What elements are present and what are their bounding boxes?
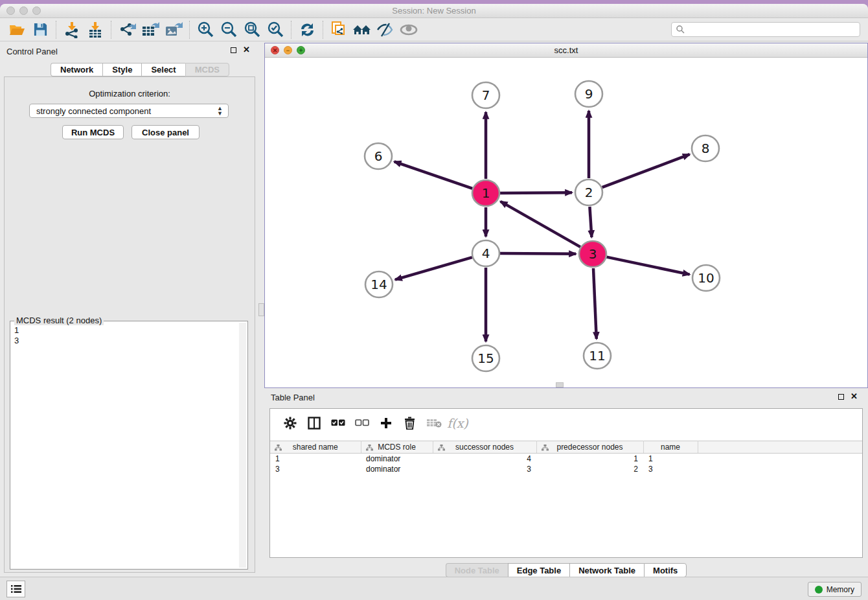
graph-edge-1-2[interactable] <box>500 192 572 193</box>
network-window-titlebar[interactable]: ✕ − ＋ scc.txt <box>265 43 867 58</box>
graph-node-label-10: 10 <box>698 270 714 286</box>
select-all-columns-icon[interactable] <box>326 413 350 433</box>
refresh-view-icon[interactable] <box>295 20 319 40</box>
table-row[interactable]: 3dominator323 <box>270 464 862 474</box>
column-header-name[interactable]: name <box>643 441 698 454</box>
tab-mcds[interactable]: MCDS <box>185 63 229 76</box>
table-panel-title: Table Panel <box>271 393 315 402</box>
canvas-scroll-handle[interactable] <box>556 382 564 387</box>
table-cell[interactable]: 3 <box>433 464 536 474</box>
open-file-icon[interactable] <box>5 20 29 40</box>
graph-edge-2-8[interactable] <box>602 154 690 187</box>
graph-node-label-2: 2 <box>585 185 593 200</box>
toggle-panel-icon[interactable] <box>302 413 326 433</box>
zoom-out-icon[interactable] <box>217 20 240 40</box>
tab-select[interactable]: Select <box>141 63 185 76</box>
table-cell[interactable]: dominator <box>361 464 433 474</box>
import-table-icon[interactable] <box>84 20 107 40</box>
graph-edge-3-10[interactable] <box>607 257 690 275</box>
delete-table-icon[interactable] <box>422 413 446 433</box>
toolbar-separator <box>111 21 111 39</box>
float-panel-icon[interactable] <box>231 47 236 53</box>
tab-network[interactable]: Network <box>51 63 102 76</box>
network-canvas[interactable]: 7968124314101511 <box>265 58 867 387</box>
column-header-predecessor-nodes[interactable]: predecessor nodes <box>536 441 643 454</box>
column-header-successor-nodes[interactable]: successor nodes <box>433 441 536 454</box>
export-network-icon[interactable] <box>115 20 139 40</box>
tab-style[interactable]: Style <box>102 63 141 76</box>
home-layout-icon[interactable] <box>350 20 374 40</box>
column-header-mcds-role[interactable]: MCDS role <box>361 441 433 454</box>
save-session-icon[interactable] <box>29 20 52 40</box>
memory-button[interactable]: Memory <box>808 582 862 597</box>
function-builder-icon[interactable]: f(x) <box>446 413 470 433</box>
graph-node-label-15: 15 <box>477 351 494 366</box>
table-cell[interactable]: dominator <box>361 454 433 464</box>
table-cell-filler <box>698 464 862 474</box>
splitter-handle[interactable] <box>258 303 264 316</box>
task-history-button[interactable] <box>6 581 25 597</box>
table-panel-tabs: Node Table Edge Table Network Table Moti… <box>264 563 868 577</box>
delete-column-icon[interactable] <box>398 413 422 433</box>
show-details-eye-icon[interactable] <box>397 20 420 40</box>
export-image-icon[interactable] <box>162 20 185 40</box>
graph-edge-4-3[interactable] <box>500 253 576 254</box>
graph-edge-3-1[interactable] <box>501 202 580 247</box>
zoom-selected-icon[interactable] <box>264 20 287 40</box>
search-icon <box>676 25 685 34</box>
hide-details-eye-icon[interactable] <box>374 20 397 40</box>
table-cell[interactable]: 1 <box>536 454 643 464</box>
export-table-icon[interactable] <box>139 20 162 40</box>
memory-label: Memory <box>827 585 854 594</box>
table-toolbar: f(x) <box>270 409 862 437</box>
table-cell[interactable]: 3 <box>643 464 698 474</box>
network-window-title: scc.txt <box>265 45 867 55</box>
mcds-result-text[interactable]: 1 3 <box>10 323 238 569</box>
graph-edge-4-14[interactable] <box>395 257 472 280</box>
table-cell[interactable]: 2 <box>536 464 643 474</box>
table-row[interactable]: 1dominator411 <box>270 454 862 464</box>
control-panel-title: Control Panel <box>6 47 58 56</box>
add-column-icon[interactable] <box>374 413 398 433</box>
node-table-body: 1dominator4113dominator323 <box>270 454 862 474</box>
run-mcds-button[interactable]: Run MCDS <box>62 125 124 139</box>
control-panel-tabs: Network Style Select MCDS <box>51 63 229 76</box>
tab-network-table[interactable]: Network Table <box>569 563 644 577</box>
table-cell[interactable]: 3 <box>270 464 361 474</box>
titlebar: Session: New Session <box>0 4 868 18</box>
mcds-result-group: MCDS result (2 nodes) 1 3 <box>10 321 248 570</box>
close-panel-button[interactable]: Close panel <box>131 125 200 139</box>
close-panel-icon[interactable]: ✕ <box>243 47 250 53</box>
table-cell[interactable]: 1 <box>643 454 698 464</box>
result-scrollbar[interactable] <box>239 323 246 568</box>
tab-motifs[interactable]: Motifs <box>644 563 687 577</box>
table-cell[interactable]: 4 <box>433 454 536 464</box>
graph-edge-1-6[interactable] <box>394 161 473 189</box>
graph-node-label-4: 4 <box>482 246 490 261</box>
tab-node-table[interactable]: Node Table <box>446 563 508 577</box>
mcds-panel: Optimization criterion: strongly connect… <box>4 76 255 573</box>
zoom-in-icon[interactable] <box>194 20 217 40</box>
memory-status-icon <box>815 586 823 594</box>
selected-criterion: strongly connected component <box>36 106 151 116</box>
deselect-all-columns-icon[interactable] <box>350 413 374 433</box>
graph-edge-2-3[interactable] <box>589 207 591 237</box>
optimization-criterion-select[interactable]: strongly connected component ▲▼ <box>29 104 229 118</box>
zoom-fit-icon[interactable] <box>240 20 264 40</box>
graph-edge-3-11[interactable] <box>593 268 597 339</box>
network-graph[interactable]: 7968124314101511 <box>265 58 867 387</box>
settings-gear-icon[interactable] <box>278 413 302 433</box>
column-header-shared-name[interactable]: shared name <box>270 441 361 454</box>
float-table-panel-icon[interactable] <box>838 394 844 400</box>
table-cell[interactable]: 1 <box>270 454 361 464</box>
tab-edge-table[interactable]: Edge Table <box>508 563 569 577</box>
control-panel: Control Panel ✕ Network Style Select MCD… <box>0 43 259 579</box>
clone-network-icon[interactable] <box>327 20 350 40</box>
graph-node-label-11: 11 <box>589 348 605 363</box>
import-network-icon[interactable] <box>60 20 84 40</box>
search-input[interactable] <box>685 24 860 36</box>
search-field[interactable] <box>671 22 860 37</box>
graph-node-label-3: 3 <box>589 246 597 262</box>
close-table-panel-icon[interactable]: ✕ <box>851 393 858 400</box>
main-toolbar <box>0 18 868 41</box>
